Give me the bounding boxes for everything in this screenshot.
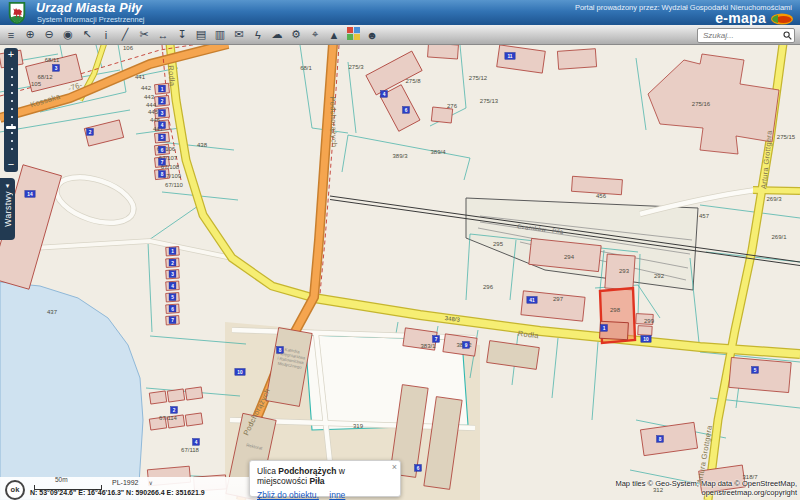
search-result-popup: × Ulica Podchorążych w miejscowości Piła… (249, 460, 401, 497)
svg-text:10: 10 (237, 370, 243, 375)
zoom-to-object-link[interactable]: Zbliż do obiektu, (257, 490, 319, 500)
address-plaque: 11 (505, 53, 515, 60)
svg-text:1: 1 (161, 87, 164, 92)
zoom-track[interactable] (4, 62, 18, 158)
address-plaque: 5 (169, 294, 176, 301)
address-plaque: 10 (235, 369, 245, 376)
attribution-line[interactable]: openstreetmap.org/copyright (615, 488, 797, 497)
settings-icon[interactable]: ⚙ (288, 27, 304, 43)
parcel-label: 275/13 (480, 98, 499, 104)
parcel-label: 442 (141, 85, 152, 91)
svg-text:11: 11 (507, 54, 512, 59)
svg-text:8: 8 (161, 172, 164, 177)
crs-selector[interactable]: PL-1992 ∨ (112, 479, 153, 486)
parcel-label: 293 (619, 268, 630, 274)
address-plaque: 4 (159, 122, 166, 129)
address-plaque: 7 (169, 317, 176, 324)
svg-text:7: 7 (171, 318, 174, 323)
view-3d-icon[interactable]: ▲ (326, 27, 342, 43)
svg-text:5: 5 (754, 368, 757, 373)
address-plaque: 8 (277, 347, 284, 354)
address-plaque: 6 (159, 146, 166, 153)
search-input[interactable] (701, 29, 783, 43)
svg-text:6: 6 (161, 148, 164, 153)
parcel-label: 68/11 (45, 57, 60, 63)
address-plaque: 2 (87, 129, 94, 136)
legend-icon[interactable] (345, 27, 361, 43)
zoom-slider[interactable]: + − (4, 48, 18, 172)
svg-text:3: 3 (55, 66, 58, 71)
address-plaque: 3 (53, 65, 60, 72)
search-parcel-icon[interactable]: ⌖ (307, 27, 323, 43)
svg-text:5: 5 (161, 135, 164, 140)
emapa-wordmark: e-mapa (715, 10, 766, 26)
parcel-label: 275/15 (777, 134, 796, 140)
zoom-out-icon[interactable]: ⊖ (41, 27, 57, 43)
status-bar: ok 50m PL-1992 ∨ N: 53°09'24.6" E: 16°46… (0, 477, 258, 500)
search-icon[interactable] (783, 31, 792, 40)
parcel-label: 68/12 (37, 74, 53, 80)
zoom-knob[interactable] (6, 126, 16, 129)
screen-icon[interactable]: ▥ (212, 27, 228, 43)
garage-buildings (149, 83, 202, 430)
popup-city: Piła (309, 476, 324, 486)
parcel-label: 67/118 (181, 447, 200, 453)
measure-length-icon[interactable]: ╱ (117, 27, 133, 43)
svg-text:4: 4 (195, 440, 198, 445)
toolbar: ≡⊕⊖◉↖i╱✂↔↧▤▥✉ϟ☁⚙⌖▲☻ (0, 25, 800, 45)
address-plaque: 3 (159, 110, 166, 117)
address-plaque: 1 (159, 85, 166, 92)
layers-icon[interactable]: ≡ (3, 27, 19, 43)
header-bar: Urząd Miasta Piły System Informacji Prze… (0, 0, 800, 25)
address-plaque: 7 (159, 158, 166, 165)
close-icon[interactable]: × (392, 462, 397, 472)
address-plaque: 8 (159, 171, 166, 178)
parcel-label: 292 (654, 273, 665, 279)
toolbar-icons: ≡⊕⊖◉↖i╱✂↔↧▤▥✉ϟ☁⚙⌖▲☻ (3, 25, 380, 44)
parcel-label: 298 (610, 307, 621, 313)
zoom-in-icon[interactable]: ⊕ (22, 27, 38, 43)
address-plaque: 6 (415, 465, 422, 472)
svg-text:1: 1 (603, 326, 606, 331)
upload-cloud-icon[interactable]: ☁ (269, 27, 285, 43)
parcel-label: 456 (596, 193, 607, 199)
svg-text:4: 4 (161, 123, 164, 128)
parcel-label: 445 (148, 109, 159, 115)
address-plaque: 4 (381, 91, 388, 98)
parcel-label: 269/3 (766, 196, 782, 202)
parcel-label: 437 (47, 309, 58, 315)
ok-button[interactable]: ok (5, 480, 25, 500)
messages-icon[interactable]: ✉ (231, 27, 247, 43)
layers-panel-tab[interactable]: ▾ Warstwy (0, 178, 15, 240)
address-plaque: 5 (159, 134, 166, 141)
svg-text:14: 14 (27, 192, 33, 197)
quick-help-icon[interactable]: ϟ (250, 27, 266, 43)
street-label: Rodła (166, 65, 176, 87)
pointer-icon[interactable]: ↖ (79, 27, 95, 43)
selected-parcel[interactable] (600, 288, 635, 343)
city-crest-logo (7, 2, 27, 24)
measure-area-icon[interactable]: ✂ (136, 27, 152, 43)
download-icon[interactable]: ↧ (174, 27, 190, 43)
address-plaque: 6 (403, 107, 410, 114)
address-plaque: 14 (25, 191, 35, 198)
user-icon[interactable]: ☻ (364, 27, 380, 43)
address-plaque: 4 (193, 439, 200, 446)
info-icon[interactable]: i (98, 27, 114, 43)
print-map-icon[interactable]: ▤ (193, 27, 209, 43)
other-options-link[interactable]: inne (329, 490, 345, 500)
map-attribution: Map tiles © Geo-System; Map data © OpenS… (615, 479, 797, 497)
parcel-label: 67/114 (159, 415, 178, 421)
svg-text:10: 10 (643, 337, 649, 342)
parcel-label: 68/1 (300, 65, 312, 71)
address-plaque: 2 (159, 97, 166, 104)
zoom-in-button[interactable]: + (4, 48, 18, 62)
full-extent-icon[interactable]: ◉ (60, 27, 76, 43)
map-canvas[interactable]: 68/168/1168/1210510644144244344444544644… (0, 44, 800, 500)
street-label: Podchorążych (328, 96, 339, 147)
zoom-out-button[interactable]: − (4, 158, 18, 172)
pan-icon[interactable]: ↔ (155, 27, 171, 43)
address-plaque: 1 (601, 325, 608, 332)
parcel-label: 441 (135, 74, 146, 80)
address-plaque: 6 (169, 305, 176, 312)
